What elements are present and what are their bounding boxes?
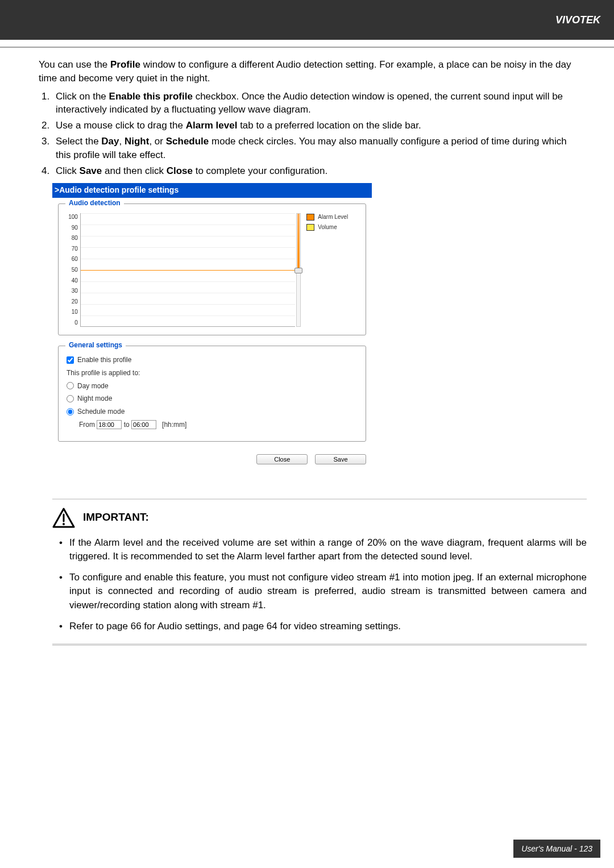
- header-divider: [0, 47, 614, 48]
- general-settings-legend: General settings: [65, 340, 126, 350]
- audio-detection-legend: Audio detection: [65, 198, 124, 208]
- day-mode-label: Day mode: [77, 381, 109, 391]
- legend-volume-label: Volume: [318, 223, 337, 231]
- warning-icon: [52, 508, 75, 528]
- enable-profile-checkbox[interactable]: [67, 356, 74, 364]
- important-list: • If the Alarm level and the received vo…: [52, 536, 587, 634]
- time-unit-label: [hh:mm]: [162, 420, 186, 430]
- important-item: • Refer to page 66 for Audio settings, a…: [52, 620, 587, 634]
- divider: [52, 499, 587, 500]
- to-label: to: [124, 420, 130, 430]
- important-heading: IMPORTANT:: [83, 510, 149, 525]
- general-settings-fieldset: General settings Enable this profile Thi…: [58, 346, 366, 442]
- audio-detection-fieldset: Audio detection 100 90 80 70 60 50 40 30…: [58, 203, 366, 335]
- from-time-input[interactable]: [97, 420, 122, 429]
- important-item: • If the Alarm level and the received vo…: [52, 536, 587, 564]
- chart-y-ticks: 100 90 80 70 60 50 40 30 20 10 0: [67, 213, 80, 327]
- step-item: Click on the Enable this profile checkbo…: [52, 90, 580, 117]
- schedule-mode-radio[interactable]: [67, 408, 74, 416]
- alarm-level-slider[interactable]: [296, 213, 301, 327]
- step-item: Use a mouse click to drag the Alarm leve…: [52, 119, 580, 132]
- divider: [52, 643, 587, 646]
- slider-handle[interactable]: [294, 268, 302, 273]
- important-item: • To configure and enable this feature, …: [52, 571, 587, 613]
- brand-logo: VIVOTEK: [555, 14, 600, 26]
- legend-swatch-alarm: [306, 214, 314, 221]
- settings-titlebar: >Audio detection profile settings: [52, 183, 372, 198]
- save-button[interactable]: Save: [315, 454, 366, 464]
- page-header: VIVOTEK: [0, 0, 614, 40]
- page-footer: User's Manual - 123: [513, 840, 600, 858]
- enable-profile-label: Enable this profile: [77, 355, 131, 365]
- legend-swatch-volume: [306, 224, 314, 231]
- alarm-level-line: [81, 270, 295, 271]
- step-item: Click Save and then click Close to compl…: [52, 164, 580, 178]
- slider-track: [297, 214, 300, 271]
- legend-alarm-label: Alarm Level: [318, 213, 348, 221]
- chart-legend: Alarm Level Volume: [306, 213, 358, 327]
- intro-paragraph: You can use the Profile window to config…: [39, 58, 580, 85]
- svg-point-1: [63, 523, 65, 525]
- step-item: Select the Day, Night, or Schedule mode …: [52, 135, 580, 162]
- night-mode-radio[interactable]: [67, 395, 74, 402]
- night-mode-label: Night mode: [77, 394, 112, 404]
- day-mode-radio[interactable]: [67, 382, 74, 389]
- settings-window: >Audio detection profile settings Audio …: [52, 183, 372, 470]
- schedule-mode-label: Schedule mode: [77, 407, 125, 417]
- applied-to-label: This profile is applied to:: [67, 368, 140, 378]
- close-button[interactable]: Close: [256, 454, 308, 464]
- important-section: IMPORTANT: • If the Alarm level and the …: [52, 499, 587, 646]
- audio-chart: [80, 213, 295, 327]
- to-time-input[interactable]: [131, 420, 156, 429]
- step-list: Click on the Enable this profile checkbo…: [52, 90, 580, 178]
- from-label: From: [79, 420, 95, 430]
